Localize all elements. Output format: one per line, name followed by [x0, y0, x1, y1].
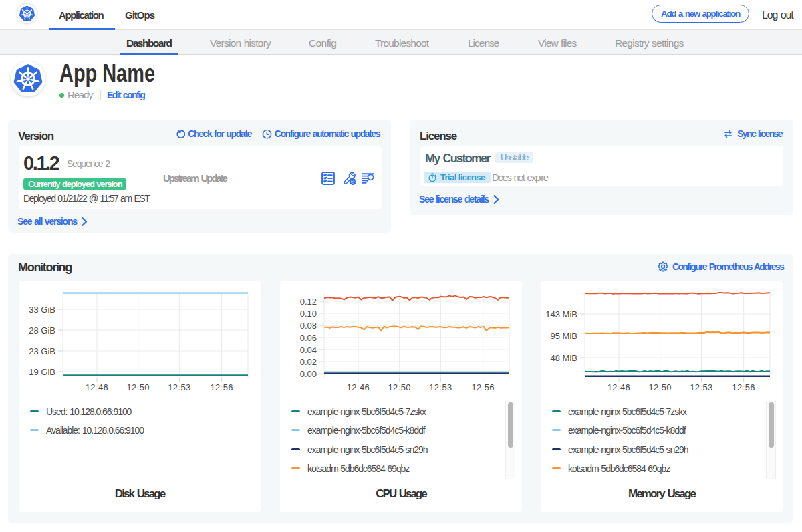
svg-text:12:53: 12:53: [168, 382, 191, 392]
svg-text:12:53: 12:53: [690, 382, 713, 392]
svg-text:12:46: 12:46: [608, 382, 631, 392]
svg-text:95 MiB: 95 MiB: [551, 331, 577, 341]
svg-text:23 GiB: 23 GiB: [29, 346, 55, 356]
svg-text:12:56: 12:56: [210, 382, 233, 392]
svg-text:33 GiB: 33 GiB: [29, 305, 55, 315]
svg-text:0.04: 0.04: [300, 345, 317, 355]
svg-text:0.08: 0.08: [300, 321, 317, 331]
svg-text:0.06: 0.06: [300, 333, 317, 343]
svg-text:0.00: 0.00: [300, 369, 317, 379]
svg-text:19 GiB: 19 GiB: [29, 367, 55, 377]
svg-text:12:50: 12:50: [648, 382, 672, 392]
svg-text:12:56: 12:56: [471, 382, 495, 392]
svg-text:48 MiB: 48 MiB: [551, 353, 577, 363]
svg-text:12:56: 12:56: [732, 382, 755, 392]
svg-text:12:53: 12:53: [429, 382, 452, 392]
svg-text:12:50: 12:50: [388, 382, 411, 392]
svg-text:28 GiB: 28 GiB: [29, 325, 55, 336]
svg-text:143 MiB: 143 MiB: [545, 309, 577, 319]
svg-text:0.10: 0.10: [300, 309, 317, 319]
svg-text:12:46: 12:46: [347, 382, 370, 392]
svg-text:12:46: 12:46: [86, 382, 109, 392]
svg-text:0.02: 0.02: [300, 357, 317, 367]
svg-text:0.12: 0.12: [300, 297, 317, 307]
svg-text:12:50: 12:50: [126, 382, 150, 392]
